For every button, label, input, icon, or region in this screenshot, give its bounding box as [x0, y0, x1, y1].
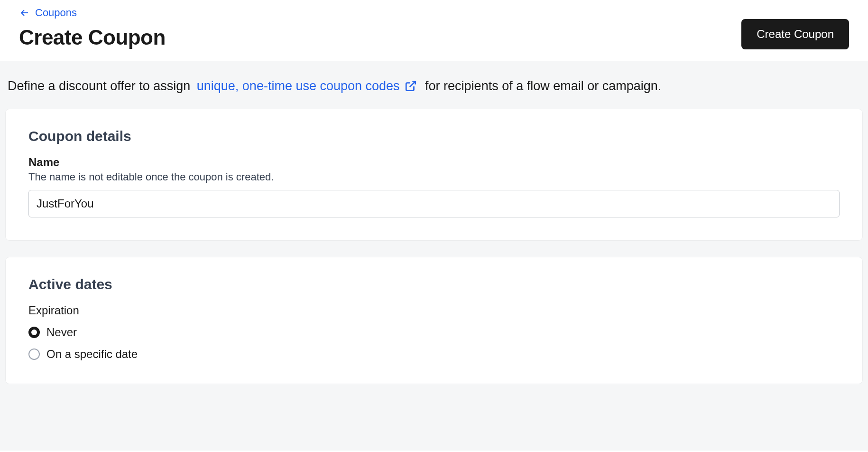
page-header: Coupons Create Coupon Create Coupon: [0, 0, 868, 61]
intro-suffix: for recipients of a flow email or campai…: [425, 79, 661, 93]
intro-text: Define a discount offer to assign unique…: [6, 76, 862, 96]
radio-label-specific: On a specific date: [46, 348, 138, 361]
header-left: Coupons Create Coupon: [19, 7, 166, 49]
expiration-radio-group: Never On a specific date: [28, 326, 840, 361]
active-dates-title: Active dates: [28, 276, 840, 292]
coupon-details-title: Coupon details: [28, 128, 840, 144]
expiration-label: Expiration: [28, 304, 840, 317]
radio-icon: [28, 327, 40, 338]
intro-prefix: Define a discount offer to assign: [8, 79, 190, 93]
arrow-left-icon: [19, 7, 30, 19]
breadcrumb-back-link[interactable]: Coupons: [19, 7, 166, 19]
coupon-codes-help-link[interactable]: unique, one-time use coupon codes: [197, 76, 417, 96]
name-field-label: Name: [28, 156, 840, 169]
active-dates-card: Active dates Expiration Never On a speci…: [6, 257, 862, 384]
radio-icon: [28, 348, 40, 360]
intro-link-text: unique, one-time use coupon codes: [197, 76, 400, 96]
create-coupon-button[interactable]: Create Coupon: [741, 19, 849, 49]
radio-label-never: Never: [46, 326, 77, 339]
coupon-details-card: Coupon details Name The name is not edit…: [6, 109, 862, 240]
content-area: Define a discount offer to assign unique…: [0, 61, 868, 451]
external-link-icon: [405, 80, 417, 92]
expiration-option-never[interactable]: Never: [28, 326, 840, 339]
name-field-help: The name is not editable once the coupon…: [28, 171, 840, 183]
breadcrumb-label: Coupons: [35, 7, 77, 19]
page-title: Create Coupon: [19, 26, 166, 49]
coupon-name-input[interactable]: [28, 190, 840, 217]
expiration-option-specific-date[interactable]: On a specific date: [28, 348, 840, 361]
